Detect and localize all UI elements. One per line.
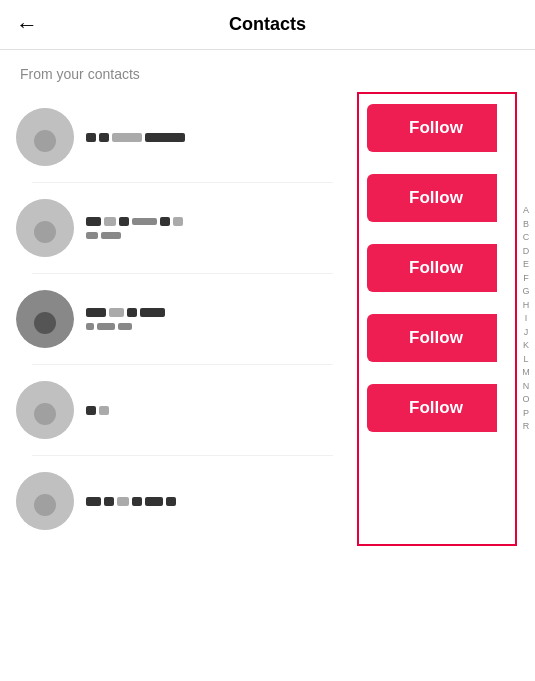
back-button[interactable]: ←	[16, 12, 38, 38]
contact-name	[86, 308, 349, 317]
contact-name	[86, 217, 349, 226]
follow-button-2[interactable]: Follow	[367, 174, 505, 222]
alphabet-letter-k[interactable]: K	[523, 339, 529, 353]
contact-info	[86, 217, 349, 239]
alphabet-sidebar: ABCDEFGHIJKLMNOPR	[517, 92, 535, 546]
alphabet-letter-o[interactable]: O	[522, 393, 529, 407]
alphabet-letter-j[interactable]: J	[524, 326, 529, 340]
alphabet-letter-a[interactable]: A	[523, 204, 529, 218]
follow-button-5[interactable]: Follow	[367, 384, 505, 432]
follow-button-4[interactable]: Follow	[367, 314, 505, 362]
alphabet-letter-h[interactable]: H	[523, 299, 530, 313]
avatar	[16, 290, 74, 348]
alphabet-letter-c[interactable]: C	[523, 231, 530, 245]
contact-sub	[86, 323, 349, 330]
contact-info	[86, 308, 349, 330]
follow-zone: Follow Follow Follow Follow Follow	[357, 92, 517, 546]
alphabet-letter-m[interactable]: M	[522, 366, 530, 380]
alphabet-letter-r[interactable]: R	[523, 420, 530, 434]
alphabet-letter-n[interactable]: N	[523, 380, 530, 394]
follow-button-3[interactable]: Follow	[367, 244, 505, 292]
section-label: From your contacts	[0, 50, 535, 92]
avatar	[16, 108, 74, 166]
contact-info	[86, 497, 349, 506]
contact-info	[86, 133, 349, 142]
alphabet-letter-p[interactable]: P	[523, 407, 529, 421]
alphabet-letter-l[interactable]: L	[523, 353, 528, 367]
header: ← Contacts	[0, 0, 535, 50]
contact-name	[86, 497, 349, 506]
page-title: Contacts	[229, 14, 306, 35]
avatar	[16, 199, 74, 257]
content-area: Follow Follow Follow Follow Follow ABCDE…	[0, 92, 535, 546]
list-item	[16, 183, 349, 273]
contact-info	[86, 406, 349, 415]
list-item	[16, 456, 349, 546]
alphabet-letter-b[interactable]: B	[523, 218, 529, 232]
alphabet-letter-i[interactable]: I	[525, 312, 528, 326]
follow-button-1[interactable]: Follow	[367, 104, 505, 152]
contact-name	[86, 406, 349, 415]
list-item	[16, 365, 349, 455]
alphabet-letter-g[interactable]: G	[522, 285, 529, 299]
avatar	[16, 472, 74, 530]
alphabet-letter-d[interactable]: D	[523, 245, 530, 259]
contact-sub	[86, 232, 349, 239]
alphabet-letter-f[interactable]: F	[523, 272, 529, 286]
avatar	[16, 381, 74, 439]
contacts-list	[0, 92, 349, 546]
alphabet-nav	[497, 94, 515, 544]
list-item	[16, 274, 349, 364]
alphabet-letter-e[interactable]: E	[523, 258, 529, 272]
contact-name	[86, 133, 349, 142]
list-item	[16, 92, 349, 182]
